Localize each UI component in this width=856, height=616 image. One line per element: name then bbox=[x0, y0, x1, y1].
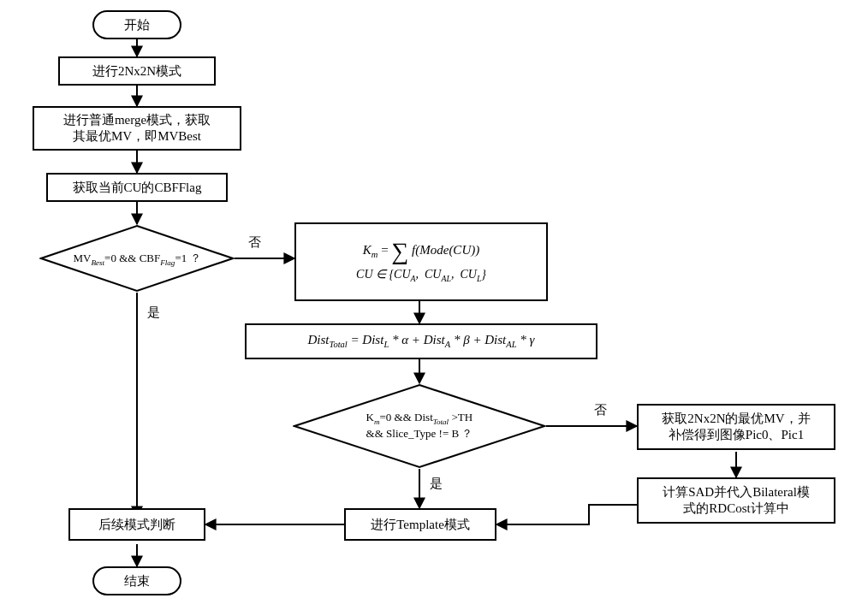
formula-km-content: Km = ∑ f(Mode(CU)) CU ∈ {CUA, CUAL, CUL} bbox=[356, 240, 486, 284]
decision-km-dist-slice: Km=0 && DistTotal >TH && Slice_Type != B… bbox=[293, 383, 546, 469]
km-eq: = bbox=[381, 243, 391, 257]
process-get-2n-mv: 获取2Nx2N的最优MV，并 补偿得到图像Pic0、Pic1 bbox=[637, 404, 835, 450]
process-merge-label: 进行普通merge模式，获取 其最优MV，即MVBest bbox=[63, 112, 211, 145]
process-cbfflag-label: 获取当前CU的CBFFlag bbox=[73, 180, 202, 196]
formula-dist-text: DistTotal = DistL * α + DistA * β + Dist… bbox=[308, 332, 535, 350]
decision-2-text: Km=0 && DistTotal >TH && Slice_Type != B… bbox=[358, 411, 482, 441]
process-followup-label: 后续模式判断 bbox=[98, 517, 175, 533]
start-terminator: 开始 bbox=[92, 10, 181, 39]
edge-label-no-2: 否 bbox=[592, 402, 609, 418]
process-sad-bilateral: 计算SAD并代入Bilateral模 式的RDCost计算中 bbox=[637, 477, 835, 524]
process-cbfflag: 获取当前CU的CBFFlag bbox=[46, 173, 228, 202]
edge-label-yes-2: 是 bbox=[428, 476, 444, 492]
start-label: 开始 bbox=[124, 17, 150, 33]
km-sub: m bbox=[372, 250, 378, 259]
km-summand: f(Mode(CU)) bbox=[412, 243, 479, 257]
process-template-label: 进行Template模式 bbox=[371, 517, 470, 533]
decision-mvbest-cbf: MVBest=0 && CBFFlag=1 ？ bbox=[39, 224, 235, 293]
edge-label-yes-1: 是 bbox=[146, 305, 162, 321]
decision-1-text: MVBest=0 && CBFFlag=1 ？ bbox=[64, 251, 209, 267]
end-terminator: 结束 bbox=[92, 566, 181, 595]
edge-label-no-1: 否 bbox=[247, 234, 263, 251]
process-template: 进行Template模式 bbox=[344, 508, 496, 541]
process-sad-label: 计算SAD并代入Bilateral模 式的RDCost计算中 bbox=[663, 484, 810, 517]
formula-km: Km = ∑ f(Mode(CU)) CU ∈ {CUA, CUAL, CUL} bbox=[294, 222, 548, 301]
km-K: K bbox=[363, 243, 372, 257]
formula-dist: DistTotal = DistL * α + DistA * β + Dist… bbox=[245, 323, 597, 359]
process-2nx2n: 进行2Nx2N模式 bbox=[58, 56, 216, 86]
process-merge: 进行普通merge模式，获取 其最优MV，即MVBest bbox=[33, 106, 241, 151]
end-label: 结束 bbox=[124, 573, 150, 589]
process-followup: 后续模式判断 bbox=[68, 508, 205, 541]
process-get-2n-mv-label: 获取2Nx2N的最优MV，并 补偿得到图像Pic0、Pic1 bbox=[662, 411, 810, 443]
flowchart-canvas: 开始 进行2Nx2N模式 进行普通merge模式，获取 其最优MV，即MVBes… bbox=[0, 0, 856, 616]
process-2nx2n-label: 进行2Nx2N模式 bbox=[92, 63, 181, 80]
